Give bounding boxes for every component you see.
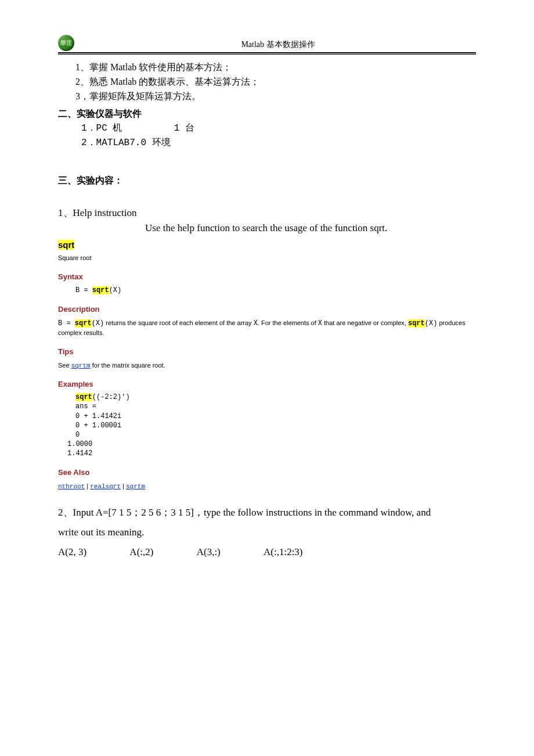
doc-fn-subtitle: Square root <box>58 253 476 263</box>
expr-acol2: A(:,2) <box>129 545 153 560</box>
desc-x2: X <box>318 319 322 327</box>
desc-fn: sqrt <box>75 319 92 327</box>
desc-text2: . For the elements of <box>258 319 318 326</box>
desc-pre: B = <box>58 319 75 327</box>
section-2-heading: 二、实验仪器与软件 <box>58 107 476 121</box>
desc-x1: X <box>254 319 258 327</box>
ex-arg: ((-2:2)') <box>92 393 130 401</box>
goal-item-2: 2、熟悉 Matlab 的数据表示、基本运算方法； <box>75 75 476 89</box>
seealso-link-realsqrt[interactable]: realsqrt <box>90 483 121 490</box>
logo-badge: 攀莲 <box>58 35 74 51</box>
doc-tips-heading: Tips <box>58 346 476 358</box>
desc-fn2: sqrt <box>408 319 425 327</box>
question-1-title: 1、Help instruction <box>58 206 476 221</box>
desc-post2: (X) <box>425 319 438 327</box>
ex-line-6: 1.4142 <box>67 449 476 458</box>
goal-item-1: 1、掌握 Matlab 软件使用的基本方法； <box>75 60 476 75</box>
syntax-pre: B = <box>75 286 92 294</box>
header-rule-thin <box>58 54 476 55</box>
desc-mid1: (X) <box>92 319 104 327</box>
tips-post: for the matrix square root. <box>91 362 165 369</box>
doc-seealso-heading: See Also <box>58 467 476 478</box>
seealso-link-nthroot[interactable]: nthroot <box>58 483 85 490</box>
ex-line-4: 0 <box>75 430 476 440</box>
doc-examples-heading: Examples <box>58 379 476 390</box>
expr-arow3: A(3,:) <box>197 545 221 560</box>
question-1-instruction: Use the help function to search the usag… <box>58 221 476 236</box>
equip-matlab: 2．MATLAB7.0 环境 <box>81 136 476 150</box>
seealso-link-sqrtm[interactable]: sqrtm <box>126 483 145 490</box>
tips-pre: See <box>58 362 71 369</box>
goal-item-3: 3，掌握矩阵及矩阵运算方法。 <box>75 89 476 104</box>
expr-a23: A(2, 3) <box>58 545 86 560</box>
seealso-sep1: | <box>85 483 90 489</box>
question-2-line1: 2、Input A=[7 1 5；2 5 6；3 1 5]，type the f… <box>58 507 431 518</box>
desc-text1: returns the square root of each element … <box>104 319 253 326</box>
ex-line-3: 0 + 1.0000i <box>75 421 476 430</box>
ex-line-1: ans = <box>75 402 476 411</box>
equip-pc-qty: 1 台 <box>174 123 194 134</box>
ex-line-2: 0 + 1.4142i <box>75 412 476 421</box>
page-header-title: Matlab 基本数据操作 <box>80 39 476 51</box>
doc-fn-name: sqrt <box>58 240 74 250</box>
ex-fn: sqrt <box>75 393 92 401</box>
desc-text3: that are negative or complex, <box>322 319 408 326</box>
expr-astride: A(:,1:2:3) <box>264 545 303 560</box>
syntax-post: (X) <box>109 286 122 294</box>
equip-pc-label: 1．PC 机 <box>81 123 122 134</box>
syntax-fn: sqrt <box>92 286 109 294</box>
ex-line-5: 1.0000 <box>67 440 476 449</box>
doc-description-heading: Description <box>58 304 476 315</box>
seealso-sep2: | <box>121 483 126 489</box>
doc-syntax-heading: Syntax <box>58 271 476 283</box>
question-2-line2: write out its meaning. <box>58 527 144 538</box>
header-rule-thick <box>58 52 476 53</box>
tips-link-sqrtm[interactable]: sqrtm <box>71 362 91 369</box>
section-3-heading: 三、实验内容： <box>58 174 476 188</box>
